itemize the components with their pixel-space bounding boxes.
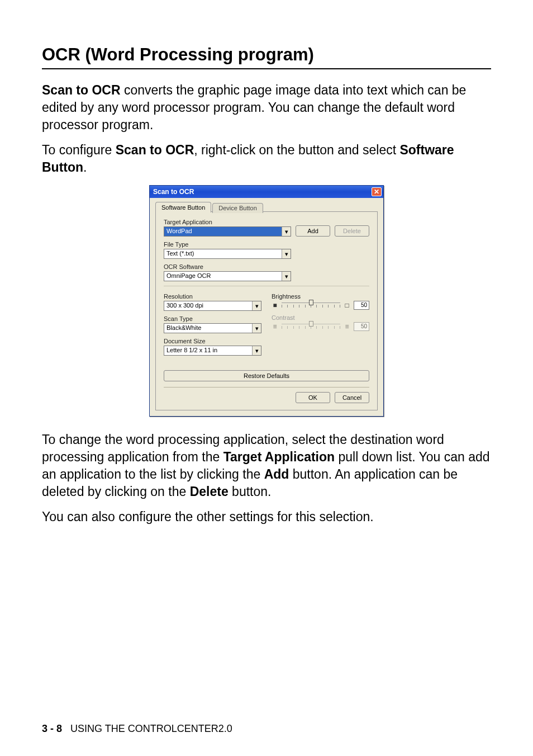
label-document-size: Document Size bbox=[164, 338, 261, 344]
label-target-application: Target Application bbox=[164, 219, 291, 225]
slider-thumb[interactable] bbox=[309, 300, 313, 305]
contrast-high-icon: ≡ bbox=[344, 323, 350, 330]
bold-term-scan-to-ocr: Scan to OCR bbox=[42, 83, 121, 97]
label-ocr-software: OCR Software bbox=[164, 263, 369, 270]
ocr-software-select[interactable]: OmniPage OCR ▾ bbox=[164, 271, 291, 281]
ocr-software-value: OmniPage OCR bbox=[164, 272, 282, 281]
bold-term-delete: Delete bbox=[190, 484, 229, 499]
scan-type-select[interactable]: Black&White ▾ bbox=[164, 323, 261, 333]
footer-chapter: USING THE CONTROLCENTER2.0 bbox=[70, 723, 232, 734]
contrast-low-icon: ≡ bbox=[272, 323, 278, 330]
followup-paragraph-2: You can also configure the other setting… bbox=[42, 508, 491, 526]
followup-paragraph-1: To change the word processing applicatio… bbox=[42, 431, 491, 500]
label-contrast: Contrast bbox=[272, 314, 369, 321]
ok-button[interactable]: OK bbox=[296, 392, 330, 403]
delete-button[interactable]: Delete bbox=[335, 225, 369, 237]
label-resolution: Resolution bbox=[164, 293, 261, 300]
document-size-value: Letter 8 1/2 x 11 in bbox=[164, 346, 252, 355]
brightness-high-icon: □ bbox=[344, 301, 350, 309]
label-file-type: File Type bbox=[164, 241, 369, 248]
chevron-down-icon[interactable]: ▾ bbox=[282, 249, 291, 258]
tab-device-button[interactable]: Device Button bbox=[212, 203, 263, 213]
document-size-select[interactable]: Letter 8 1/2 x 11 in ▾ bbox=[164, 346, 261, 356]
restore-defaults-button[interactable]: Restore Defaults bbox=[164, 370, 369, 381]
intro-paragraph-2: To configure Scan to OCR, right-click on… bbox=[42, 141, 491, 176]
page-title: OCR (Word Processing program) bbox=[42, 45, 491, 69]
brightness-slider[interactable]: ■ □ 50 bbox=[272, 301, 369, 310]
target-application-select[interactable]: WordPad ▾ bbox=[164, 226, 291, 237]
brightness-value: 50 bbox=[354, 301, 369, 310]
contrast-value: 50 bbox=[354, 322, 369, 331]
dialog-titlebar[interactable]: Scan to OCR ✕ bbox=[150, 186, 383, 198]
chevron-down-icon[interactable]: ▾ bbox=[282, 227, 291, 236]
contrast-slider: ≡ ≡ 50 bbox=[272, 322, 369, 331]
text: . bbox=[83, 160, 87, 174]
text: To configure bbox=[42, 143, 116, 157]
label-scan-type: Scan Type bbox=[164, 315, 261, 322]
scan-to-ocr-dialog: Scan to OCR ✕ Software Button Device But… bbox=[149, 185, 384, 417]
page-footer: 3 - 8 USING THE CONTROLCENTER2.0 bbox=[42, 723, 232, 735]
close-icon[interactable]: ✕ bbox=[372, 187, 382, 196]
bold-term-scan-to-ocr-2: Scan to OCR bbox=[116, 143, 194, 157]
text: , right-click on the button and select bbox=[194, 143, 399, 157]
label-brightness: Brightness bbox=[272, 293, 369, 300]
text: button. bbox=[229, 484, 272, 499]
target-application-value: WordPad bbox=[164, 227, 282, 236]
chevron-down-icon[interactable]: ▾ bbox=[252, 324, 261, 333]
slider-thumb bbox=[309, 321, 313, 327]
resolution-value: 300 x 300 dpi bbox=[164, 301, 252, 310]
brightness-low-icon: ■ bbox=[272, 301, 278, 309]
bold-term-add: Add bbox=[264, 467, 289, 481]
chevron-down-icon[interactable]: ▾ bbox=[282, 272, 291, 281]
scan-type-value: Black&White bbox=[164, 324, 252, 333]
dialog-screenshot: Scan to OCR ✕ Software Button Device But… bbox=[42, 185, 491, 417]
tab-software-button[interactable]: Software Button bbox=[155, 202, 211, 212]
file-type-select[interactable]: Text (*.txt) ▾ bbox=[164, 249, 291, 259]
footer-page-ref: 3 - 8 bbox=[42, 723, 62, 734]
file-type-value: Text (*.txt) bbox=[164, 249, 282, 258]
chevron-down-icon[interactable]: ▾ bbox=[252, 301, 261, 310]
cancel-button[interactable]: Cancel bbox=[335, 392, 369, 403]
intro-paragraph-1: Scan to OCR converts the graphic page im… bbox=[42, 82, 491, 134]
add-button[interactable]: Add bbox=[296, 225, 330, 237]
resolution-select[interactable]: 300 x 300 dpi ▾ bbox=[164, 301, 261, 311]
bold-term-target-application: Target Application bbox=[223, 450, 335, 464]
chevron-down-icon[interactable]: ▾ bbox=[252, 346, 261, 355]
separator bbox=[164, 286, 369, 286]
dialog-title: Scan to OCR bbox=[153, 188, 372, 196]
